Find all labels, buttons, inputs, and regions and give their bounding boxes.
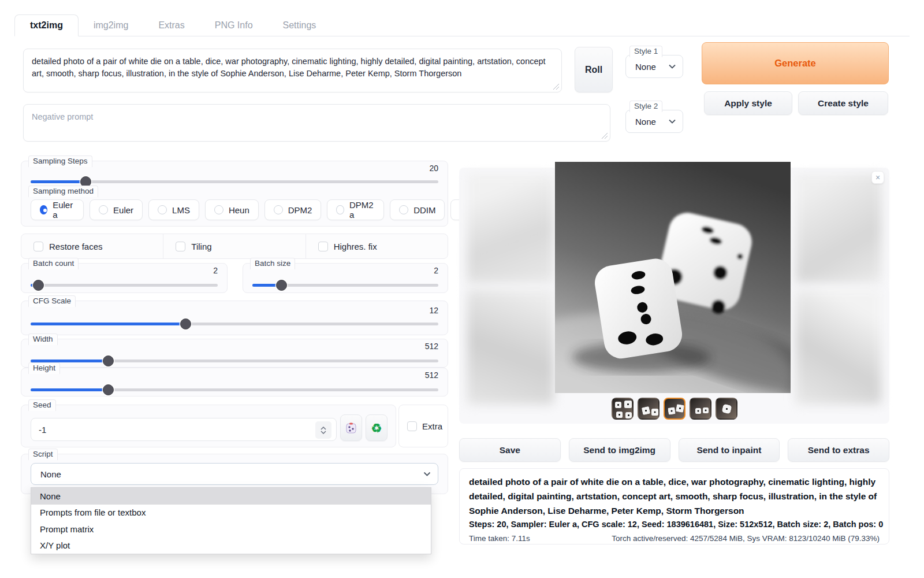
- height-value: 512: [425, 370, 438, 380]
- radio-dot-icon: [99, 205, 108, 214]
- sampling-steps-label: Sampling Steps: [28, 155, 92, 167]
- cfg-scale-label: CFG Scale: [28, 295, 76, 307]
- resize-handle-icon[interactable]: [552, 83, 559, 90]
- style1-label: Style 1: [629, 46, 662, 57]
- script-option-xy-plot[interactable]: X/Y plot: [31, 538, 431, 554]
- roll-button[interactable]: Roll: [575, 47, 613, 92]
- style2-select[interactable]: None: [625, 110, 683, 133]
- radio-dot-icon: [158, 205, 167, 214]
- sampling-panel: Sampling Steps 20 Sampling method Euler …: [21, 161, 448, 227]
- script-select[interactable]: None: [31, 463, 438, 485]
- resize-handle-icon[interactable]: [601, 132, 608, 139]
- prompt-input[interactable]: detailed photo of a pair of white die on…: [23, 49, 562, 92]
- tab-settings[interactable]: Settings: [268, 15, 331, 36]
- tab-bar: txt2img img2img Extras PNG Info Settings: [14, 15, 910, 36]
- checkbox-icon[interactable]: [318, 242, 328, 251]
- cfg-scale-value: 12: [429, 306, 438, 315]
- stable-diffusion-webui: txt2img img2img Extras PNG Info Settings…: [0, 0, 924, 578]
- close-icon[interactable]: ×: [871, 171, 884, 184]
- generated-image[interactable]: [555, 162, 791, 393]
- seed-stepper[interactable]: [315, 421, 331, 439]
- checkbox-icon[interactable]: [33, 242, 43, 251]
- batch-size-slider[interactable]: [252, 280, 438, 290]
- width-label: Width: [28, 334, 58, 345]
- highres-fix-toggle[interactable]: Highres. fix: [305, 234, 448, 258]
- radio-label: DPM2: [288, 205, 312, 215]
- radio-label: LMS: [172, 205, 190, 215]
- radio-dpm2[interactable]: DPM2: [264, 199, 322, 220]
- send-to-inpaint-button[interactable]: Send to inpaint: [679, 438, 780, 462]
- tiling-toggle[interactable]: Tiling: [163, 234, 305, 258]
- time-taken: Time taken: 7.11s: [469, 534, 530, 543]
- create-style-button[interactable]: Create style: [798, 91, 888, 115]
- batch-count-value: 2: [213, 266, 218, 275]
- thumbnail-3-selected[interactable]: [664, 398, 685, 420]
- radio-label: DDIM: [413, 205, 435, 215]
- tab-png-info[interactable]: PNG Info: [200, 15, 268, 36]
- thumbnail-2[interactable]: [638, 398, 660, 420]
- style1-select[interactable]: None: [625, 55, 683, 78]
- radio-dot-icon: [274, 205, 283, 214]
- gallery-blur-right-bottom: [796, 289, 881, 405]
- save-button[interactable]: Save: [459, 438, 561, 462]
- recycle-icon: ♻: [371, 422, 382, 434]
- radio-dot-icon: [214, 205, 223, 214]
- chevron-down-icon: [321, 431, 326, 434]
- radio-ddim[interactable]: DDIM: [390, 199, 445, 220]
- thumbnail-5[interactable]: [716, 398, 737, 420]
- gallery-blur-left-bottom: [467, 289, 554, 405]
- tab-extras[interactable]: Extras: [143, 15, 199, 36]
- toggles-panel: Restore faces Tiling Highres. fix: [21, 234, 448, 259]
- radio-label: Heun: [229, 205, 249, 215]
- extra-toggle[interactable]: Extra: [407, 421, 442, 431]
- negative-prompt-input[interactable]: Negative prompt: [23, 104, 610, 142]
- info-footer: Time taken: 7.11s Torch active/reserved:…: [469, 534, 880, 543]
- extra-panel: Extra: [398, 405, 448, 447]
- seed-value: -1: [39, 425, 46, 435]
- width-slider[interactable]: [31, 355, 438, 366]
- height-slider[interactable]: [31, 384, 438, 395]
- info-prompt-text: detailed photo of a pair of white die on…: [469, 475, 880, 518]
- radio-euler[interactable]: Euler: [90, 199, 143, 220]
- seed-input[interactable]: -1: [31, 418, 337, 441]
- radio-label: Euler: [113, 205, 133, 215]
- checkbox-icon[interactable]: [407, 421, 417, 431]
- sampling-method-group: Euler a Euler LMS Heun DPM2 DPM2 a DDIM …: [31, 199, 438, 220]
- prompt-text: detailed photo of a pair of white die on…: [32, 57, 546, 78]
- send-to-img2img-button[interactable]: Send to img2img: [569, 438, 670, 462]
- highres-fix-label: Highres. fix: [334, 242, 377, 251]
- radio-heun[interactable]: Heun: [205, 199, 259, 220]
- radio-label: DPM2 a: [349, 200, 375, 220]
- script-option-none[interactable]: None: [31, 488, 431, 505]
- tiling-label: Tiling: [191, 242, 211, 251]
- generate-button[interactable]: Generate: [702, 42, 889, 84]
- style2-label: Style 2: [629, 101, 662, 112]
- tab-img2img[interactable]: img2img: [79, 15, 143, 36]
- radio-euler-a[interactable]: Euler a: [31, 199, 84, 220]
- radio-dpm2-a[interactable]: DPM2 a: [327, 199, 384, 220]
- sampling-method-label: Sampling method: [28, 186, 98, 197]
- thumbnail-4[interactable]: [690, 398, 711, 420]
- cfg-scale-panel: CFG Scale 12: [21, 301, 448, 335]
- thumbnail-1[interactable]: [612, 398, 634, 420]
- batch-size-label: Batch size: [250, 258, 295, 269]
- batch-count-slider[interactable]: [31, 280, 218, 290]
- chevron-down-icon: [423, 472, 431, 476]
- script-option-prompt-matrix[interactable]: Prompt matrix: [31, 521, 431, 538]
- cfg-scale-slider[interactable]: [31, 318, 438, 329]
- random-seed-button[interactable]: [340, 414, 362, 441]
- reuse-seed-button[interactable]: ♻: [366, 414, 388, 441]
- script-option-prompts-from-file[interactable]: Prompts from file or textbox: [31, 505, 431, 521]
- output-actions: Save Send to img2img Send to inpaint Sen…: [459, 438, 889, 462]
- tab-txt2img[interactable]: txt2img: [14, 14, 79, 36]
- restore-faces-toggle[interactable]: Restore faces: [21, 234, 163, 258]
- style2-value: None: [635, 117, 656, 127]
- batch-count-label: Batch count: [28, 258, 79, 269]
- send-to-extras-button[interactable]: Send to extras: [788, 438, 889, 462]
- negative-prompt-placeholder: Negative prompt: [32, 112, 93, 121]
- batch-count-panel: Batch count 2: [21, 263, 228, 293]
- batch-size-value: 2: [434, 266, 438, 275]
- radio-lms[interactable]: LMS: [148, 199, 199, 220]
- checkbox-icon[interactable]: [176, 242, 185, 251]
- apply-style-button[interactable]: Apply style: [704, 91, 792, 115]
